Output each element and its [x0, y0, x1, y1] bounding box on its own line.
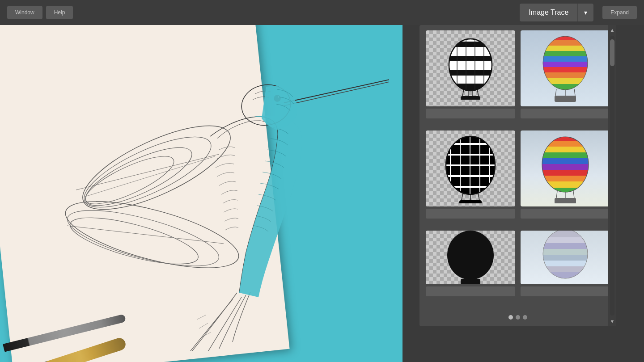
toolbar: Window Help Image Trace ▾ Expand [0, 0, 644, 25]
svg-rect-47 [538, 78, 592, 84]
svg-rect-85 [538, 181, 593, 188]
svg-rect-23 [448, 77, 493, 82]
svg-rect-102 [538, 255, 592, 261]
svg-line-70 [478, 194, 479, 200]
scroll-down-arrow[interactable]: ▼ [608, 316, 616, 326]
svg-rect-53 [555, 96, 576, 102]
thumbnail-cell-color-3[interactable] [521, 231, 610, 303]
svg-point-14 [274, 95, 280, 101]
svg-point-15 [278, 96, 280, 98]
svg-line-30 [462, 90, 464, 96]
svg-rect-103 [538, 261, 592, 266]
scroll-track[interactable] [610, 36, 614, 316]
svg-rect-22 [448, 70, 493, 76]
expand-button[interactable]: Expand [602, 6, 637, 19]
pencils [0, 259, 134, 349]
canvas-area [0, 0, 402, 362]
panel-grid [419, 25, 616, 308]
thumbnail-color-balloon-3[interactable] [521, 231, 610, 284]
svg-rect-40 [538, 40, 592, 46]
svg-rect-83 [538, 170, 593, 176]
thumbnail-bw-balloon-2[interactable] [426, 130, 515, 206]
svg-rect-18 [448, 42, 493, 47]
svg-rect-46 [538, 72, 592, 78]
svg-line-31 [477, 90, 479, 96]
page-dot-1[interactable] [508, 315, 513, 320]
svg-line-52 [574, 89, 575, 96]
thumbnail-cell-bw-1[interactable] [426, 30, 515, 125]
thumbnail-label-bw-3 [426, 286, 515, 296]
thumbnail-cell-bw-3[interactable] [426, 231, 515, 303]
thumbnail-bw-balloon-1[interactable] [426, 30, 515, 106]
thumbnail-label-bw-1 [426, 109, 515, 118]
chevron-down-icon: ▾ [584, 9, 587, 16]
svg-rect-77 [538, 134, 593, 141]
svg-rect-80 [538, 152, 593, 158]
panel-scrollbar: ▲ ▼ [608, 25, 616, 326]
scroll-up-arrow[interactable]: ▲ [608, 25, 616, 35]
svg-rect-21 [448, 63, 493, 68]
scroll-thumb [610, 39, 614, 66]
thumbnail-cell-bw-2[interactable] [426, 130, 515, 225]
svg-rect-81 [538, 158, 593, 164]
thumbnail-label-color-2 [521, 209, 610, 219]
svg-rect-24 [448, 84, 493, 90]
image-trace-panel [419, 25, 616, 326]
svg-line-50 [555, 89, 556, 96]
image-trace-chevron-button[interactable]: ▾ [577, 4, 593, 21]
svg-rect-91 [555, 198, 576, 203]
thumbnail-cell-color-2[interactable] [521, 130, 610, 225]
svg-rect-48 [538, 84, 592, 90]
svg-rect-105 [538, 272, 592, 279]
svg-point-92 [447, 231, 494, 280]
thumbnail-label-color-1 [521, 109, 610, 118]
thumbnail-color-balloon-2[interactable] [521, 130, 610, 206]
svg-rect-100 [538, 243, 592, 249]
svg-rect-39 [538, 34, 592, 40]
panel-footer [419, 308, 616, 326]
svg-rect-45 [538, 67, 592, 72]
thumbnail-label-color-3 [521, 286, 610, 296]
page-dot-2[interactable] [516, 315, 520, 320]
svg-rect-78 [538, 141, 593, 147]
svg-line-88 [556, 191, 557, 198]
svg-rect-101 [538, 249, 592, 255]
thumbnail-bw-silhouette[interactable] [426, 231, 515, 284]
page-dot-3[interactable] [523, 315, 527, 320]
svg-rect-34 [461, 96, 480, 100]
svg-rect-82 [538, 164, 593, 170]
help-button[interactable]: Help [46, 6, 73, 19]
svg-rect-44 [538, 62, 592, 67]
svg-rect-71 [459, 200, 482, 203]
svg-rect-98 [538, 231, 592, 237]
thumbnail-color-balloon-1[interactable] [521, 30, 610, 106]
svg-line-90 [573, 191, 574, 198]
window-button[interactable]: Window [7, 6, 42, 19]
svg-rect-42 [538, 51, 592, 56]
image-trace-button-group: Image Trace ▾ [520, 4, 593, 21]
svg-rect-84 [538, 176, 593, 181]
thumbnail-label-bw-2 [426, 209, 515, 219]
svg-line-68 [462, 194, 463, 200]
thumbnail-cell-color-1[interactable] [521, 30, 610, 125]
image-trace-button[interactable]: Image Trace [520, 4, 577, 21]
svg-rect-19 [448, 49, 493, 54]
svg-rect-43 [538, 56, 592, 62]
svg-rect-20 [448, 56, 493, 61]
